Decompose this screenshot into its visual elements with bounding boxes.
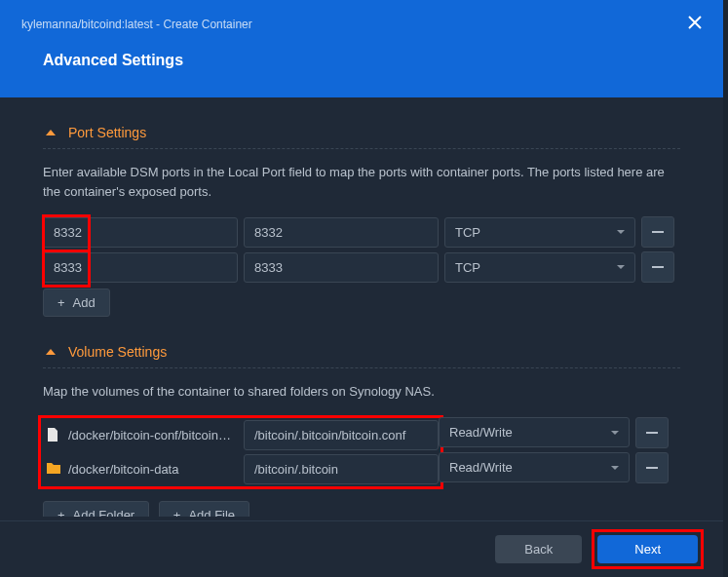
container-port-input[interactable]: [244, 217, 439, 248]
add-file-button[interactable]: + Add File: [159, 501, 249, 518]
svg-rect-3: [646, 467, 658, 469]
local-port-input[interactable]: [43, 217, 238, 248]
chevron-up-icon: [43, 125, 58, 140]
protocol-value: TCP: [455, 260, 480, 275]
container-port-input[interactable]: [244, 252, 439, 283]
back-button[interactable]: Back: [495, 535, 582, 563]
plus-icon: +: [173, 508, 181, 518]
plus-icon: +: [57, 508, 65, 518]
volume-settings-title: Volume Settings: [68, 344, 167, 360]
close-icon[interactable]: [684, 14, 706, 34]
volume-host-path[interactable]: /docker/bitcoin-conf/bitcoin.c…: [43, 421, 238, 449]
volume-host-path[interactable]: /docker/bitcoin-data: [43, 455, 238, 483]
remove-volume-button[interactable]: [635, 417, 669, 448]
host-path-text: /docker/bitcoin-data: [68, 462, 178, 477]
highlight-annotation: [43, 252, 238, 283]
local-port-input[interactable]: [43, 252, 238, 283]
highlight-annotation: [43, 217, 238, 248]
highlight-annotation: Next: [592, 529, 704, 569]
add-port-button[interactable]: + Add: [43, 288, 110, 317]
remove-port-button[interactable]: [641, 251, 674, 283]
next-button[interactable]: Next: [597, 535, 698, 563]
window-title: kylemanna/bitcoind:latest - Create Conta…: [21, 18, 252, 31]
port-settings-toggle[interactable]: Port Settings: [43, 125, 680, 149]
folder-icon: [47, 462, 60, 476]
create-container-modal: kylemanna/bitcoind:latest - Create Conta…: [0, 0, 723, 577]
mode-select[interactable]: Read/Write: [439, 452, 630, 482]
remove-port-button[interactable]: [641, 216, 674, 248]
highlight-annotation: /docker/bitcoin-conf/bitcoin.c… /docker/…: [38, 415, 443, 489]
add-folder-button[interactable]: + Add Folder: [43, 501, 149, 518]
mode-value: Read/Write: [449, 460, 513, 475]
remove-volume-button[interactable]: [635, 452, 669, 483]
add-folder-label: Add Folder: [73, 508, 135, 518]
mode-select[interactable]: Read/Write: [439, 417, 630, 447]
mode-value: Read/Write: [449, 425, 513, 440]
protocol-select[interactable]: TCP: [444, 252, 635, 283]
port-settings-title: Port Settings: [68, 125, 146, 140]
modal-content: Port Settings Enter available DSM ports …: [0, 97, 723, 517]
svg-rect-1: [652, 266, 664, 268]
port-settings-description: Enter available DSM ports in the Local P…: [43, 163, 680, 201]
mount-path-input[interactable]: [244, 454, 439, 484]
plus-icon: +: [57, 295, 65, 310]
chevron-down-icon: [617, 265, 625, 269]
host-path-text: /docker/bitcoin-conf/bitcoin.c…: [68, 428, 234, 442]
mount-path-input[interactable]: [244, 420, 439, 450]
add-label: Add: [73, 295, 96, 310]
chevron-down-icon: [611, 431, 619, 435]
protocol-value: TCP: [455, 225, 480, 240]
chevron-down-icon: [611, 466, 619, 470]
port-settings-section: Port Settings Enter available DSM ports …: [43, 125, 680, 317]
modal-footer: Back Next: [0, 520, 723, 577]
svg-rect-2: [646, 432, 658, 434]
modal-header: kylemanna/bitcoind:latest - Create Conta…: [0, 0, 723, 97]
volume-settings-section: Volume Settings Map the volumes of the c…: [43, 344, 680, 517]
protocol-select[interactable]: TCP: [444, 217, 635, 248]
chevron-down-icon: [617, 230, 625, 234]
file-icon: [47, 428, 60, 442]
volume-settings-description: Map the volumes of the container to shar…: [43, 382, 680, 402]
add-file-label: Add File: [188, 508, 235, 518]
volume-settings-toggle[interactable]: Volume Settings: [43, 344, 680, 368]
modal-subtitle: Advanced Settings: [0, 42, 723, 87]
chevron-up-icon: [43, 344, 58, 360]
svg-rect-0: [652, 231, 664, 233]
